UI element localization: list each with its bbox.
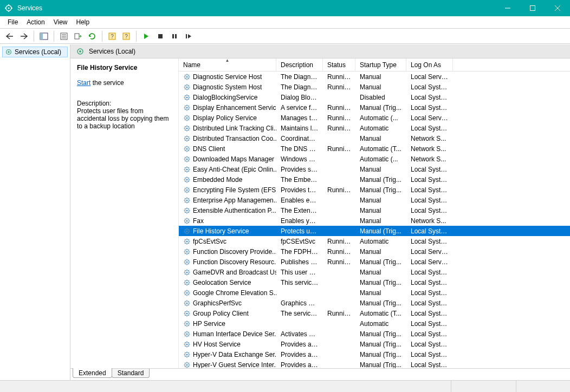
tree-node-services-local[interactable]: Services (Local): [2, 47, 68, 57]
cell-name: Embedded Mode: [179, 176, 276, 184]
content-header-title: Services (Local): [89, 48, 135, 55]
close-button[interactable]: [545, 0, 570, 16]
service-row[interactable]: Hyper-V Guest Service Inter...Provides a…: [179, 360, 570, 368]
cell-startup: Manual (Trig...: [355, 104, 406, 112]
cell-description: The DNS Cli...: [276, 145, 323, 153]
cell-description: The Extensi...: [276, 207, 323, 214]
service-name-text: Geolocation Service: [193, 279, 251, 286]
svg-line-156: [189, 201, 189, 202]
cell-description: Enables you...: [276, 217, 323, 225]
svg-line-117: [189, 157, 189, 158]
cell-startup: Manual: [355, 289, 406, 297]
column-header-name[interactable]: Name ▲: [179, 58, 276, 71]
cell-name: Diagnostic Service Host: [179, 73, 276, 81]
service-row[interactable]: Function Discovery Resourc...Publishes t…: [179, 257, 570, 267]
service-gear-icon: [183, 330, 191, 338]
cell-logon: Local Syste...: [406, 238, 453, 245]
service-gear-icon: [183, 248, 191, 256]
column-header-logon[interactable]: Log On As: [406, 58, 453, 71]
back-button[interactable]: [3, 30, 16, 42]
service-name-text: Display Enhancement Service: [193, 104, 276, 112]
service-row[interactable]: Function Discovery Provide...The FDPHO..…: [179, 246, 570, 257]
column-header-startup[interactable]: Startup Type: [355, 58, 406, 71]
maximize-button[interactable]: [520, 0, 545, 16]
service-row[interactable]: Distributed Transaction Coo...Coordinate…: [179, 133, 570, 143]
service-row[interactable]: Encrypting File System (EFS)Provides th.…: [179, 185, 570, 195]
cell-description: Protects use...: [276, 227, 323, 235]
tab-standard[interactable]: Standard: [112, 369, 150, 378]
status-bar: [0, 380, 570, 392]
minimize-button[interactable]: [495, 0, 520, 16]
menu-view[interactable]: View: [49, 17, 72, 27]
description-text: Protects user files from accidental loss…: [77, 107, 172, 130]
list-body[interactable]: Diagnostic Service HostThe Diagno...Runn…: [179, 71, 570, 368]
cell-logon: Local Syste...: [406, 104, 453, 112]
tab-extended[interactable]: Extended: [73, 368, 112, 378]
svg-line-37: [189, 75, 189, 75]
menu-action[interactable]: Action: [22, 17, 49, 27]
menu-file[interactable]: File: [3, 17, 22, 27]
service-row[interactable]: HV Host ServiceProvides an...Manual (Tri…: [179, 339, 570, 349]
service-row[interactable]: Group Policy ClientThe service i...Runni…: [179, 308, 570, 318]
service-name-text: Downloaded Maps Manager: [193, 155, 274, 163]
help2-button[interactable]: ?: [120, 30, 133, 42]
service-row[interactable]: Display Enhancement ServiceA service fo.…: [179, 102, 570, 113]
service-row[interactable]: File History ServiceProtects use...Manua…: [179, 226, 570, 236]
column-header-description[interactable]: Description: [276, 58, 323, 71]
tree-node-label: Services (Local): [15, 48, 61, 56]
cell-description: A service fo...: [276, 104, 323, 112]
svg-line-47: [189, 85, 189, 86]
export-list-button[interactable]: [72, 30, 85, 42]
service-row[interactable]: DNS ClientThe DNS Cli...RunningAutomatic…: [179, 143, 570, 154]
forward-button[interactable]: [17, 30, 30, 42]
service-gear-icon: [183, 104, 191, 112]
service-row[interactable]: Extensible Authentication P...The Extens…: [179, 205, 570, 215]
svg-point-300: [186, 354, 187, 355]
service-row[interactable]: GameDVR and Broadcast Us...This user ser…: [179, 267, 570, 277]
help-button[interactable]: ?: [106, 30, 119, 42]
cell-description: Provides th...: [276, 186, 323, 194]
service-row[interactable]: Display Policy ServiceManages th...Runni…: [179, 113, 570, 123]
show-hide-tree-button[interactable]: [37, 30, 50, 42]
service-row[interactable]: Distributed Link Tracking Cli...Maintain…: [179, 123, 570, 133]
service-row[interactable]: Geolocation ServiceThis service ...Manua…: [179, 277, 570, 288]
properties-button[interactable]: [57, 30, 70, 42]
svg-point-70: [186, 117, 187, 119]
service-row[interactable]: fpCsEvtSvcfpCSEvtSvcRunningAutomaticLoca…: [179, 236, 570, 246]
restart-service-button[interactable]: [182, 30, 195, 42]
svg-line-188: [185, 232, 185, 233]
svg-point-280: [186, 333, 187, 335]
cell-startup: Manual: [355, 135, 406, 142]
start-service-link[interactable]: Start: [77, 79, 90, 87]
service-row[interactable]: DialogBlockingServiceDialog Bloc...Disab…: [179, 92, 570, 102]
service-row[interactable]: GraphicsPerfSvcGraphics pe...Manual (Tri…: [179, 298, 570, 308]
column-header-status[interactable]: Status: [323, 58, 355, 71]
svg-line-305: [185, 352, 185, 353]
content-pane: Services (Local) File History Service St…: [70, 44, 570, 380]
service-row[interactable]: Easy Anti-Cheat (Epic Onlin...Provides s…: [179, 164, 570, 174]
refresh-button[interactable]: [86, 30, 99, 42]
service-gear-icon: [183, 114, 191, 122]
service-row[interactable]: Embedded ModeThe Embed...Manual (Trig...…: [179, 174, 570, 185]
pause-service-button[interactable]: [168, 30, 181, 42]
service-row[interactable]: Enterprise App Managemen...Enables ent..…: [179, 195, 570, 205]
service-row[interactable]: FaxEnables you...ManualNetwork S...: [179, 215, 570, 226]
service-row[interactable]: HP ServiceAutomaticLocal Syste...: [179, 318, 570, 329]
service-row[interactable]: Human Interface Device Ser...Activates a…: [179, 329, 570, 339]
service-row[interactable]: Google Chrome Elevation S...ManualLocal …: [179, 288, 570, 298]
service-row[interactable]: Diagnostic System HostThe Diagno...Runni…: [179, 82, 570, 92]
cell-name: Geolocation Service: [179, 279, 276, 286]
service-name-text: Fax: [193, 217, 204, 225]
svg-line-235: [185, 280, 185, 281]
service-row[interactable]: Diagnostic Service HostThe Diagno...Runn…: [179, 71, 570, 82]
cell-name: DialogBlockingService: [179, 94, 276, 101]
svg-point-220: [186, 271, 187, 273]
svg-line-118: [185, 160, 185, 161]
service-row[interactable]: Downloaded Maps ManagerWindows se...Auto…: [179, 154, 570, 164]
svg-line-165: [185, 208, 185, 209]
stop-service-button[interactable]: [154, 30, 167, 42]
service-row[interactable]: Hyper-V Data Exchange Ser...Provides a .…: [179, 349, 570, 360]
menu-help[interactable]: Help: [72, 17, 94, 27]
start-service-button[interactable]: [140, 30, 153, 42]
svg-line-127: [189, 167, 189, 168]
